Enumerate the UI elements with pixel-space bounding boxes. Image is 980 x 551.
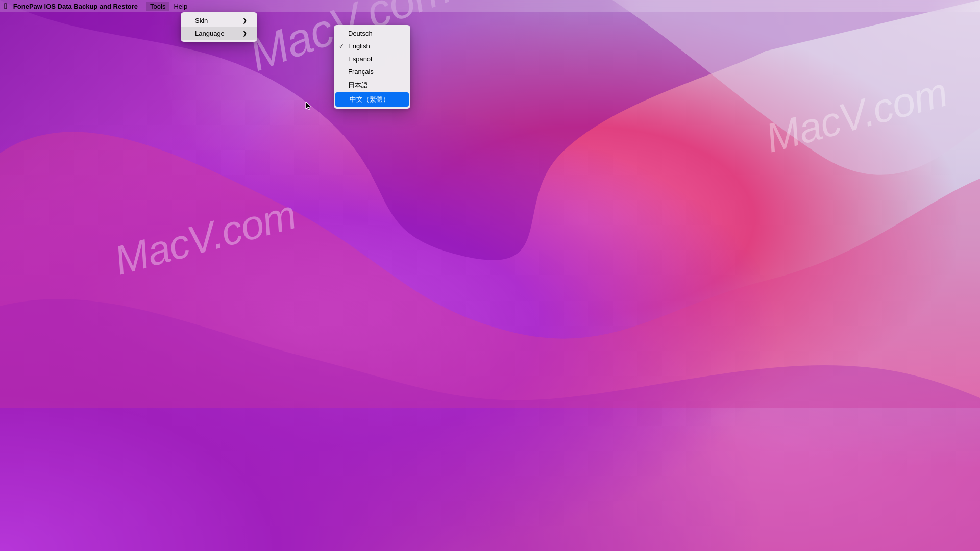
language-submenu: Deutsch ✓ English Español Français 日本語 中…	[334, 25, 410, 109]
menu-bar:  FonePaw iOS Data Backup and Restore To…	[0, 0, 980, 12]
language-item-japanese[interactable]: 日本語	[334, 78, 410, 92]
espanol-label: Español	[348, 55, 372, 63]
japanese-label: 日本語	[348, 81, 368, 90]
english-check-icon: ✓	[339, 43, 344, 50]
dropdown-container: Skin ❯ Language ❯ Deutsch ✓ English Espa…	[181, 12, 257, 42]
language-item-english[interactable]: ✓ English	[334, 40, 410, 53]
help-menu-item[interactable]: Help	[169, 2, 191, 11]
skin-arrow-icon: ❯	[232, 17, 247, 24]
tools-dropdown: Skin ❯ Language ❯	[181, 12, 257, 42]
language-item-espanol[interactable]: Español	[334, 53, 410, 65]
language-item-chinese-traditional[interactable]: 中文（繁體）	[335, 92, 409, 107]
apple-menu-icon[interactable]: 	[4, 2, 7, 11]
francais-label: Français	[348, 68, 374, 76]
chinese-traditional-label: 中文（繁體）	[350, 95, 389, 104]
language-menu-item[interactable]: Language ❯	[181, 27, 257, 40]
language-label: Language	[195, 30, 225, 37]
language-item-deutsch[interactable]: Deutsch	[334, 27, 410, 40]
english-label: English	[348, 42, 370, 50]
skin-menu-item[interactable]: Skin ❯	[181, 14, 257, 27]
language-item-francais[interactable]: Français	[334, 65, 410, 78]
tools-menu-item[interactable]: Tools	[146, 2, 169, 11]
language-arrow-icon: ❯	[232, 30, 247, 37]
deutsch-label: Deutsch	[348, 30, 373, 37]
app-name: FonePaw iOS Data Backup and Restore	[13, 3, 138, 10]
skin-label: Skin	[195, 17, 208, 24]
